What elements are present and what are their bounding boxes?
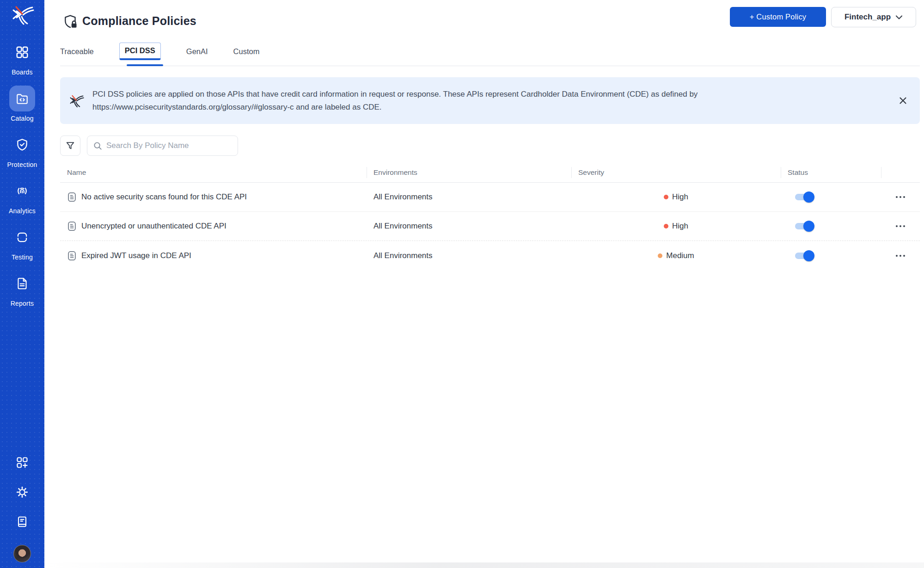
toggle-knob — [803, 191, 814, 203]
filter-funnel-icon — [65, 141, 75, 151]
docs-book-icon[interactable] — [16, 515, 29, 528]
policy-status-cell — [795, 253, 814, 259]
app-selector-dropdown[interactable]: Fintech_app — [831, 7, 916, 27]
search-icon — [93, 141, 102, 150]
custom-policy-button[interactable]: + Custom Policy — [730, 7, 826, 27]
tab-genai[interactable]: GenAI — [186, 44, 208, 59]
traceable-mark-icon — [68, 94, 84, 108]
toggle-knob — [803, 250, 814, 261]
row-actions-menu[interactable] — [881, 196, 920, 198]
analytics-fingerprint-icon — [9, 178, 35, 204]
policy-environments: All Environments — [373, 251, 433, 260]
sidebar-item-label: Testing — [12, 253, 33, 261]
policy-name: Expired JWT usage in CDE API — [81, 251, 191, 260]
tab-custom[interactable]: Custom — [233, 44, 260, 59]
severity-label: High — [672, 192, 688, 202]
policy-name: Unencrypted or unauthenticated CDE API — [81, 222, 226, 231]
sidebar-item-protection[interactable]: Protection — [0, 127, 44, 173]
settings-gear-icon[interactable] — [16, 486, 29, 499]
ellipsis-icon — [895, 254, 906, 257]
pci-info-banner: PCI DSS policies are applied on those AP… — [60, 77, 920, 124]
catalog-icon — [9, 86, 35, 111]
apps-add-icon[interactable] — [16, 456, 29, 469]
sidebar-item-boards[interactable]: Boards — [0, 34, 44, 80]
status-toggle[interactable] — [795, 194, 814, 200]
column-divider — [881, 167, 881, 178]
policy-status-cell — [795, 223, 814, 229]
tab-bar: Traceable PCI DSS GenAI Custom — [60, 43, 259, 60]
sidebar-item-label: Analytics — [9, 207, 36, 215]
row-actions-menu[interactable] — [881, 225, 920, 228]
bottom-edge-shade — [44, 562, 924, 568]
table-row[interactable]: Expired JWT usage in CDE API All Environ… — [60, 241, 920, 270]
banner-text: PCI DSS policies are applied on those AP… — [92, 88, 890, 114]
policy-environments: All Environments — [373, 222, 433, 231]
page-title: Compliance Policies — [82, 14, 196, 28]
column-header-severity: Severity — [578, 168, 604, 177]
table-row[interactable]: No active security scans found for this … — [60, 183, 920, 212]
chevron-down-icon — [895, 15, 903, 20]
boards-icon — [9, 39, 35, 65]
reports-document-icon — [9, 271, 35, 296]
app-selector-label: Fintech_app — [844, 12, 891, 22]
column-header-name: Name — [67, 168, 86, 177]
sidebar-item-catalog[interactable]: Catalog — [0, 80, 44, 127]
main-content: Compliance Policies + Custom Policy Fint… — [44, 0, 924, 568]
testing-scan-icon — [9, 224, 35, 250]
table-row[interactable]: Unencrypted or unauthenticated CDE API A… — [60, 212, 920, 241]
column-divider — [571, 167, 572, 178]
ellipsis-icon — [895, 196, 906, 198]
policy-name: No active security scans found for this … — [81, 192, 247, 202]
column-divider — [367, 167, 367, 178]
policy-doc-icon — [67, 191, 77, 203]
policy-doc-icon — [67, 250, 77, 261]
sidebar-item-analytics[interactable]: Analytics — [0, 173, 44, 219]
policy-doc-icon — [67, 221, 77, 232]
search-input[interactable] — [106, 141, 232, 150]
policy-environments: All Environments — [373, 192, 433, 202]
table-header: Name Environments Severity Status — [60, 164, 920, 183]
sidebar-nav: Boards Catalog Protection — [0, 34, 44, 312]
sidebar-footer — [13, 456, 31, 562]
filter-button[interactable] — [60, 136, 80, 156]
protection-shield-icon — [9, 132, 35, 158]
traceable-logo[interactable] — [10, 5, 34, 25]
user-avatar[interactable] — [13, 545, 31, 562]
severity-label: High — [672, 222, 688, 231]
sidebar-item-label: Catalog — [11, 115, 34, 122]
policy-status-cell — [795, 194, 814, 200]
policy-severity: High — [571, 192, 781, 202]
sidebar-item-label: Protection — [7, 161, 37, 168]
tab-pci-dss[interactable]: PCI DSS — [119, 43, 161, 60]
sidebar: Boards Catalog Protection — [0, 0, 44, 568]
status-toggle[interactable] — [795, 253, 814, 259]
severity-dot — [664, 224, 668, 228]
sidebar-item-label: Reports — [11, 300, 34, 307]
sidebar-item-testing[interactable]: Testing — [0, 219, 44, 265]
policy-severity: Medium — [571, 251, 781, 260]
ellipsis-icon — [895, 225, 906, 228]
policy-search — [87, 136, 238, 156]
row-actions-menu[interactable] — [881, 254, 920, 257]
sidebar-item-label: Boards — [12, 68, 33, 76]
severity-dot — [664, 195, 668, 199]
tab-traceable[interactable]: Traceable — [60, 44, 94, 59]
close-icon[interactable] — [897, 95, 909, 106]
policy-severity: High — [571, 222, 781, 231]
status-toggle[interactable] — [795, 223, 814, 229]
compliance-shield-lock-icon — [63, 14, 79, 30]
column-header-status: Status — [788, 168, 808, 177]
toggle-knob — [803, 221, 814, 232]
column-divider — [781, 167, 781, 178]
sidebar-item-reports[interactable]: Reports — [0, 265, 44, 312]
severity-label: Medium — [666, 251, 694, 260]
severity-dot — [658, 253, 662, 258]
policies-table: Name Environments Severity Status No act… — [60, 164, 920, 270]
column-header-environments: Environments — [373, 168, 417, 177]
tabbar-divider — [60, 66, 920, 66]
active-tab-indicator — [127, 64, 163, 66]
